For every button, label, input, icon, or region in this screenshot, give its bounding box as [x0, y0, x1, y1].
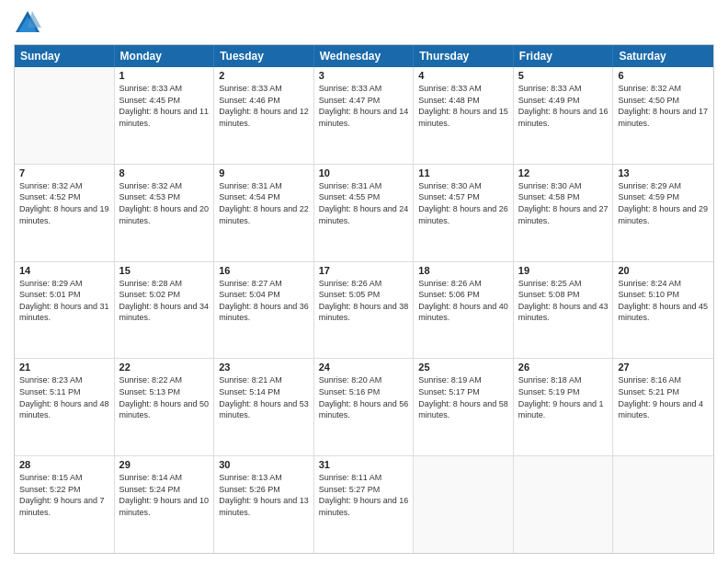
day-info: Sunrise: 8:29 AMSunset: 5:01 PMDaylight:…	[19, 278, 109, 324]
empty-cell	[15, 67, 115, 164]
day-info: Sunrise: 8:24 AMSunset: 5:10 PMDaylight:…	[618, 278, 709, 324]
day-number: 8	[119, 167, 210, 178]
day-cell-27: 27Sunrise: 8:16 AMSunset: 5:21 PMDayligh…	[613, 359, 713, 455]
header	[14, 9, 714, 37]
calendar-body: 1Sunrise: 8:33 AMSunset: 4:45 PMDaylight…	[15, 67, 713, 553]
day-cell-4: 4Sunrise: 8:33 AMSunset: 4:48 PMDaylight…	[414, 67, 514, 164]
logo-icon	[14, 9, 41, 37]
day-info: Sunrise: 8:16 AMSunset: 5:21 PMDaylight:…	[618, 374, 709, 420]
day-info: Sunrise: 8:28 AMSunset: 5:02 PMDaylight:…	[119, 278, 210, 324]
day-cell-26: 26Sunrise: 8:18 AMSunset: 5:19 PMDayligh…	[514, 359, 614, 455]
day-cell-11: 11Sunrise: 8:30 AMSunset: 4:57 PMDayligh…	[414, 165, 514, 261]
day-number: 1	[119, 70, 210, 81]
day-info: Sunrise: 8:31 AMSunset: 4:55 PMDaylight:…	[319, 180, 409, 226]
day-number: 31	[319, 459, 409, 470]
day-number: 20	[618, 265, 709, 276]
calendar-week-4: 28Sunrise: 8:15 AMSunset: 5:22 PMDayligh…	[15, 455, 713, 553]
day-number: 21	[19, 362, 109, 373]
day-number: 12	[518, 167, 609, 178]
day-cell-18: 18Sunrise: 8:26 AMSunset: 5:06 PMDayligh…	[414, 262, 514, 359]
day-info: Sunrise: 8:15 AMSunset: 5:22 PMDaylight:…	[19, 472, 109, 518]
day-number: 9	[219, 167, 309, 178]
day-cell-21: 21Sunrise: 8:23 AMSunset: 5:11 PMDayligh…	[15, 359, 115, 455]
day-cell-17: 17Sunrise: 8:26 AMSunset: 5:05 PMDayligh…	[314, 262, 415, 359]
day-number: 18	[418, 265, 508, 276]
day-cell-5: 5Sunrise: 8:33 AMSunset: 4:49 PMDaylight…	[514, 67, 614, 164]
day-info: Sunrise: 8:14 AMSunset: 5:24 PMDaylight:…	[119, 472, 210, 518]
day-cell-22: 22Sunrise: 8:22 AMSunset: 5:13 PMDayligh…	[115, 359, 215, 455]
day-info: Sunrise: 8:19 AMSunset: 5:17 PMDaylight:…	[418, 374, 508, 420]
day-cell-15: 15Sunrise: 8:28 AMSunset: 5:02 PMDayligh…	[115, 262, 215, 359]
day-info: Sunrise: 8:30 AMSunset: 4:57 PMDaylight:…	[418, 180, 508, 226]
day-cell-3: 3Sunrise: 8:33 AMSunset: 4:47 PMDaylight…	[314, 67, 415, 164]
day-info: Sunrise: 8:32 AMSunset: 4:52 PMDaylight:…	[19, 180, 109, 226]
day-info: Sunrise: 8:30 AMSunset: 4:58 PMDaylight:…	[518, 180, 609, 226]
header-day-wednesday: Wednesday	[314, 45, 415, 67]
calendar-week-3: 21Sunrise: 8:23 AMSunset: 5:11 PMDayligh…	[15, 358, 713, 455]
calendar-header: SundayMondayTuesdayWednesdayThursdayFrid…	[15, 45, 713, 67]
day-cell-2: 2Sunrise: 8:33 AMSunset: 4:46 PMDaylight…	[214, 67, 314, 164]
day-cell-29: 29Sunrise: 8:14 AMSunset: 5:24 PMDayligh…	[115, 456, 215, 553]
day-number: 24	[319, 362, 409, 373]
calendar: SundayMondayTuesdayWednesdayThursdayFrid…	[14, 44, 714, 554]
empty-cell	[414, 456, 514, 553]
header-day-thursday: Thursday	[414, 45, 514, 67]
day-info: Sunrise: 8:20 AMSunset: 5:16 PMDaylight:…	[319, 374, 409, 420]
day-info: Sunrise: 8:26 AMSunset: 5:06 PMDaylight:…	[418, 278, 508, 324]
day-number: 11	[418, 167, 508, 178]
day-cell-24: 24Sunrise: 8:20 AMSunset: 5:16 PMDayligh…	[314, 359, 415, 455]
day-cell-19: 19Sunrise: 8:25 AMSunset: 5:08 PMDayligh…	[514, 262, 614, 359]
calendar-week-1: 7Sunrise: 8:32 AMSunset: 4:52 PMDaylight…	[15, 164, 713, 261]
header-day-tuesday: Tuesday	[214, 45, 314, 67]
header-day-saturday: Saturday	[613, 45, 713, 67]
header-day-sunday: Sunday	[15, 45, 115, 67]
day-info: Sunrise: 8:23 AMSunset: 5:11 PMDaylight:…	[19, 374, 109, 420]
day-info: Sunrise: 8:13 AMSunset: 5:26 PMDaylight:…	[219, 472, 309, 518]
day-cell-1: 1Sunrise: 8:33 AMSunset: 4:45 PMDaylight…	[115, 67, 215, 164]
day-number: 30	[219, 459, 309, 470]
day-number: 17	[319, 265, 409, 276]
day-number: 23	[219, 362, 309, 373]
day-info: Sunrise: 8:21 AMSunset: 5:14 PMDaylight:…	[219, 374, 309, 420]
day-cell-30: 30Sunrise: 8:13 AMSunset: 5:26 PMDayligh…	[214, 456, 314, 553]
day-number: 29	[119, 459, 210, 470]
day-number: 13	[618, 167, 709, 178]
day-info: Sunrise: 8:25 AMSunset: 5:08 PMDaylight:…	[518, 278, 609, 324]
day-cell-9: 9Sunrise: 8:31 AMSunset: 4:54 PMDaylight…	[214, 165, 314, 261]
header-day-friday: Friday	[514, 45, 614, 67]
day-cell-31: 31Sunrise: 8:11 AMSunset: 5:27 PMDayligh…	[314, 456, 415, 553]
empty-cell	[613, 456, 713, 553]
header-day-monday: Monday	[115, 45, 215, 67]
logo	[14, 9, 45, 37]
day-number: 6	[618, 70, 709, 81]
day-cell-25: 25Sunrise: 8:19 AMSunset: 5:17 PMDayligh…	[414, 359, 514, 455]
day-info: Sunrise: 8:27 AMSunset: 5:04 PMDaylight:…	[219, 278, 309, 324]
day-cell-23: 23Sunrise: 8:21 AMSunset: 5:14 PMDayligh…	[214, 359, 314, 455]
day-number: 4	[418, 70, 508, 81]
day-cell-16: 16Sunrise: 8:27 AMSunset: 5:04 PMDayligh…	[214, 262, 314, 359]
day-info: Sunrise: 8:31 AMSunset: 4:54 PMDaylight:…	[219, 180, 309, 226]
day-number: 25	[418, 362, 508, 373]
day-info: Sunrise: 8:18 AMSunset: 5:19 PMDaylight:…	[518, 374, 609, 420]
calendar-week-2: 14Sunrise: 8:29 AMSunset: 5:01 PMDayligh…	[15, 261, 713, 359]
day-cell-28: 28Sunrise: 8:15 AMSunset: 5:22 PMDayligh…	[15, 456, 115, 553]
day-number: 28	[19, 459, 109, 470]
day-cell-6: 6Sunrise: 8:32 AMSunset: 4:50 PMDaylight…	[613, 67, 713, 164]
day-info: Sunrise: 8:22 AMSunset: 5:13 PMDaylight:…	[119, 374, 210, 420]
calendar-week-0: 1Sunrise: 8:33 AMSunset: 4:45 PMDaylight…	[15, 67, 713, 164]
page: SundayMondayTuesdayWednesdayThursdayFrid…	[0, 0, 728, 563]
day-number: 2	[219, 70, 309, 81]
day-number: 5	[518, 70, 609, 81]
day-number: 15	[119, 265, 210, 276]
day-info: Sunrise: 8:32 AMSunset: 4:50 PMDaylight:…	[618, 83, 709, 129]
day-cell-12: 12Sunrise: 8:30 AMSunset: 4:58 PMDayligh…	[514, 165, 614, 261]
day-number: 26	[518, 362, 609, 373]
day-info: Sunrise: 8:32 AMSunset: 4:53 PMDaylight:…	[119, 180, 210, 226]
day-info: Sunrise: 8:11 AMSunset: 5:27 PMDaylight:…	[319, 472, 409, 518]
day-info: Sunrise: 8:33 AMSunset: 4:49 PMDaylight:…	[518, 83, 609, 129]
day-cell-14: 14Sunrise: 8:29 AMSunset: 5:01 PMDayligh…	[15, 262, 115, 359]
day-number: 27	[618, 362, 709, 373]
day-number: 19	[518, 265, 609, 276]
day-number: 22	[119, 362, 210, 373]
day-info: Sunrise: 8:26 AMSunset: 5:05 PMDaylight:…	[319, 278, 409, 324]
